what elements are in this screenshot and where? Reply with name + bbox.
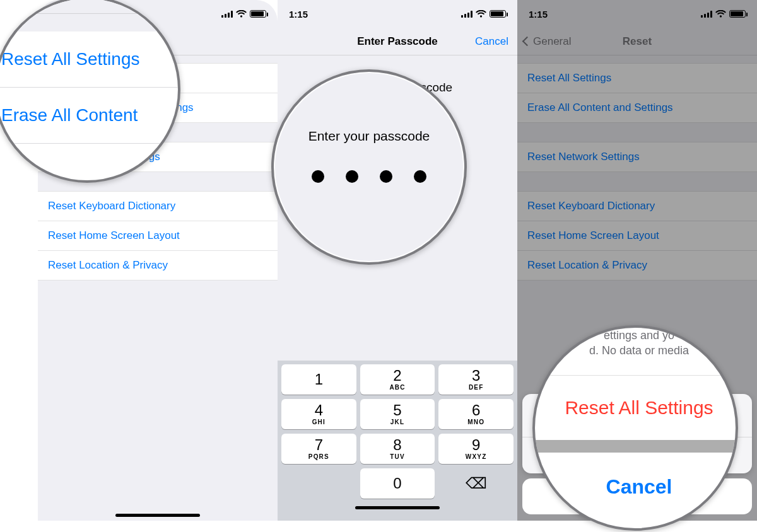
key-7[interactable]: 7PQRS — [281, 434, 356, 464]
key-4[interactable]: 4GHI — [281, 399, 356, 429]
nav-title: Enter Passcode — [357, 35, 438, 48]
battery-icon — [490, 10, 506, 18]
key-3[interactable]: 3DEF — [438, 364, 513, 395]
row-reset-location[interactable]: Reset Location & Privacy — [38, 251, 278, 280]
cellular-icon — [461, 11, 472, 18]
key-6[interactable]: 6MNO — [438, 399, 513, 429]
stage: t Reset All Settings Erase All Content a… — [0, 0, 757, 532]
magnifier-passcode: Enter your passcode — [271, 69, 467, 265]
mag-row-reset-all: Reset All Settings — [0, 32, 180, 88]
status-bar: 1:15 — [278, 0, 517, 28]
battery-icon — [250, 10, 266, 18]
key-delete[interactable]: ⌫ — [438, 468, 513, 499]
mag-passcode-dots — [274, 170, 464, 183]
cancel-button[interactable]: Cancel — [475, 35, 508, 48]
key-5[interactable]: 5JKL — [360, 399, 435, 429]
key-0[interactable]: 0 — [360, 468, 435, 499]
wifi-icon — [476, 10, 486, 18]
key-1[interactable]: 1 — [281, 364, 356, 395]
key-8[interactable]: 8TUV — [360, 434, 435, 464]
numeric-keypad: 1 2ABC 3DEF 4GHI 5JKL 6MNO 7PQRS 8TUV 9W… — [278, 361, 517, 521]
key-2[interactable]: 2ABC — [360, 364, 435, 395]
status-time: 1:15 — [289, 9, 327, 20]
row-reset-keyboard[interactable]: Reset Keyboard Dictionary — [38, 191, 278, 221]
mag-sheet-action: Reset All Settings — [532, 376, 738, 440]
cellular-icon — [221, 11, 233, 18]
home-indicator[interactable] — [115, 514, 200, 517]
wifi-icon — [236, 10, 247, 18]
magnifier-confirm: ettings and yo d. No data or media Reset… — [532, 325, 738, 531]
key-9[interactable]: 9WXYZ — [438, 434, 513, 464]
key-blank — [281, 468, 356, 499]
mag-row-erase-all: Erase All Content — [0, 88, 180, 144]
mag-passcode-prompt: Enter your passcode — [274, 129, 464, 144]
home-indicator[interactable] — [355, 506, 440, 509]
row-reset-home[interactable]: Reset Home Screen Layout — [38, 221, 278, 251]
backspace-icon: ⌫ — [466, 476, 487, 491]
nav-bar: Enter Passcode Cancel — [278, 28, 517, 55]
